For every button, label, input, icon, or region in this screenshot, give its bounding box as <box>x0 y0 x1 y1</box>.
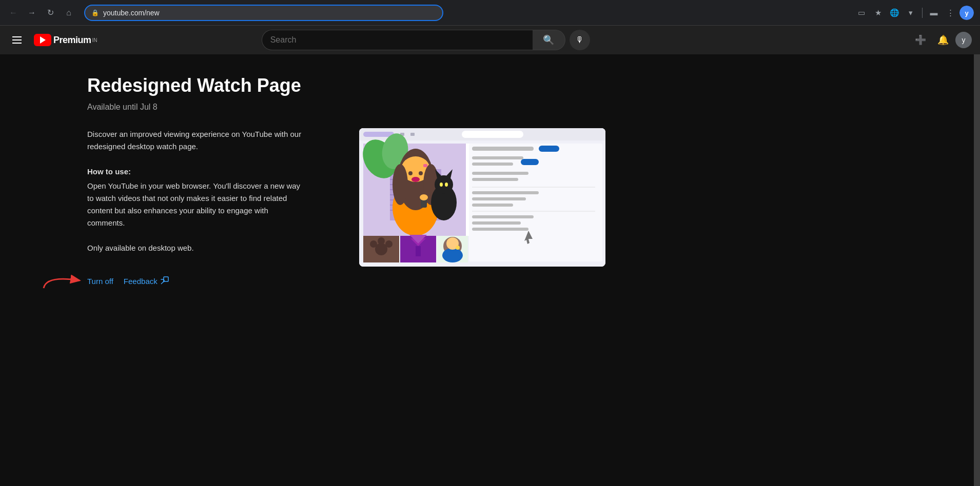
home-button[interactable]: ⌂ <box>62 6 76 20</box>
search-icon: 🔍 <box>543 34 554 46</box>
svg-point-48 <box>440 183 443 187</box>
avatar[interactable]: y <box>955 32 972 48</box>
svg-rect-74 <box>472 197 526 200</box>
action-buttons: Turn off Feedback <box>87 273 308 290</box>
svg-rect-6 <box>363 132 394 137</box>
turn-off-button[interactable]: Turn off <box>87 273 113 290</box>
how-to-description: Open YouTube in your web browser. You'll… <box>87 180 308 229</box>
svg-point-53 <box>378 237 385 245</box>
arrow-indicator <box>41 270 85 293</box>
svg-rect-73 <box>472 191 539 194</box>
browser-actions: ▭ ★ 🌐 ▾ ▬ ⋮ y <box>854 6 974 20</box>
main-content: Redesigned Watch Page Available until Ju… <box>0 54 616 310</box>
lock-icon: 🔒 <box>91 9 99 16</box>
svg-point-43 <box>420 194 428 200</box>
svg-rect-67 <box>472 156 523 159</box>
create-icon: ➕ <box>915 34 926 46</box>
bell-icon: 🔔 <box>937 34 949 46</box>
content-text: Discover an improved viewing experience … <box>87 128 308 290</box>
svg-rect-65 <box>472 147 534 151</box>
screenshot-button[interactable]: ▭ <box>854 6 869 20</box>
svg-point-54 <box>385 240 393 248</box>
back-button[interactable]: ← <box>6 6 21 20</box>
reload-button[interactable]: ↻ <box>43 6 57 20</box>
svg-rect-66 <box>539 146 559 152</box>
svg-text:y: y <box>965 9 969 17</box>
feedback-label: Feedback <box>124 277 158 286</box>
header-actions: ➕ 🔔 y <box>910 30 972 50</box>
how-to-title: How to use: <box>87 167 308 176</box>
svg-rect-77 <box>472 215 534 218</box>
svg-rect-70 <box>472 172 528 175</box>
svg-rect-9 <box>462 131 523 138</box>
browser-chrome: ← → ↻ ⌂ 🔒 youtube.com/new ▭ ★ 🌐 ▾ ▬ ⋮ y <box>0 0 980 26</box>
cast-button[interactable]: ▬ <box>927 6 941 20</box>
bookmark-button[interactable]: ★ <box>871 6 885 20</box>
svg-rect-41 <box>423 164 427 167</box>
youtube-header: Premium IN 🔍 🎙 ➕ 🔔 y <box>0 26 980 54</box>
search-container: 🔍 🎙 <box>262 30 590 50</box>
menu-line-3 <box>12 43 22 44</box>
youtube-logo[interactable]: Premium IN <box>34 34 97 46</box>
svg-point-38 <box>408 171 413 175</box>
forward-button[interactable]: → <box>25 6 39 20</box>
address-bar[interactable]: 🔒 youtube.com/new <box>84 5 443 21</box>
url-input[interactable]: youtube.com/new <box>103 9 436 17</box>
menu-button[interactable]: ⋮ <box>943 6 957 20</box>
svg-rect-69 <box>521 159 539 165</box>
content-area: Discover an improved viewing experience … <box>87 128 616 290</box>
svg-rect-79 <box>472 228 528 231</box>
globe-button[interactable]: 🌐 <box>887 6 901 20</box>
avatar-letter: y <box>962 36 966 44</box>
svg-rect-75 <box>472 204 513 207</box>
search-button[interactable]: 🔍 <box>533 30 565 50</box>
feedback-link[interactable]: Feedback <box>124 276 169 286</box>
svg-point-49 <box>445 183 448 187</box>
mic-icon: 🎙 <box>576 35 584 45</box>
address-bar-container: 🔒 youtube.com/new <box>84 5 443 21</box>
profile-favicon[interactable]: y <box>959 6 974 20</box>
country-badge: IN <box>92 37 97 43</box>
menu-line-2 <box>12 39 22 40</box>
desktop-note: Only available on desktop web. <box>87 244 308 252</box>
search-input[interactable] <box>262 30 533 50</box>
youtube-logo-text: Premium <box>53 35 91 46</box>
svg-rect-78 <box>472 221 521 225</box>
menu-line-1 <box>12 36 22 37</box>
svg-point-63 <box>456 246 460 250</box>
svg-rect-56 <box>416 246 421 256</box>
external-link-icon <box>161 276 169 286</box>
microphone-button[interactable]: 🎙 <box>570 30 590 50</box>
search-form: 🔍 <box>262 30 565 50</box>
preview-image <box>359 128 605 267</box>
description-text: Discover an improved viewing experience … <box>87 128 308 153</box>
svg-point-61 <box>442 248 463 262</box>
divider <box>922 8 923 18</box>
svg-rect-68 <box>472 163 513 166</box>
svg-point-36 <box>393 164 408 205</box>
availability-text: Available until Jul 8 <box>87 103 616 112</box>
svg-rect-8 <box>410 133 415 136</box>
create-button[interactable]: ➕ <box>910 30 931 50</box>
notifications-button[interactable]: 🔔 <box>933 30 953 50</box>
svg-point-52 <box>370 240 377 248</box>
svg-point-39 <box>419 171 423 175</box>
extension-button[interactable]: ▾ <box>904 6 918 20</box>
hamburger-menu-button[interactable] <box>8 32 26 48</box>
scrollbar[interactable] <box>974 26 980 486</box>
youtube-logo-icon <box>34 34 51 46</box>
svg-rect-71 <box>472 178 518 181</box>
page-title: Redesigned Watch Page <box>87 75 616 96</box>
svg-point-40 <box>411 177 420 182</box>
